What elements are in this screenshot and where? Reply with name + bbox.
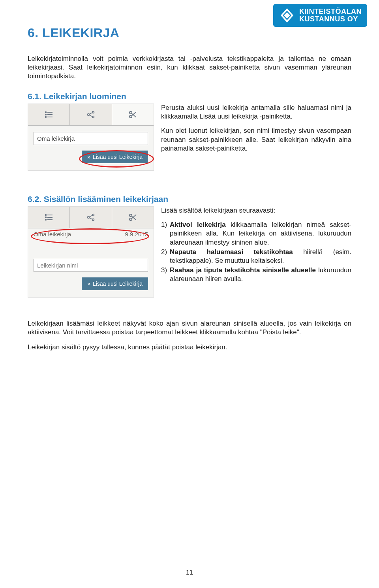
svg-point-7 [45, 117, 46, 117]
svg-point-29 [129, 214, 132, 217]
list-icon[interactable] [28, 104, 70, 125]
logo-mark-icon [279, 7, 295, 24]
clipbook-name-input[interactable] [34, 132, 148, 145]
page-number: 11 [0, 569, 379, 576]
clipbook-entry[interactable]: Oma leikekirja 9.9.2015 [28, 228, 154, 241]
svg-point-10 [92, 111, 94, 113]
share-icon[interactable] [70, 104, 112, 125]
step-1: Aktivoi leikekirja klikkaamalla leikekir… [170, 220, 351, 247]
svg-point-11 [92, 116, 94, 118]
list-icon[interactable] [28, 207, 70, 228]
section-61-text: Perusta aluksi uusi leikekirja antamalla… [161, 104, 351, 158]
toolbar [28, 104, 154, 126]
intro-paragraph: Leikekirjatoiminnolla voit poimia verkko… [28, 55, 351, 81]
svg-point-30 [129, 218, 132, 220]
chevron-right-icon: » [87, 154, 90, 160]
svg-point-22 [45, 219, 46, 220]
svg-point-3 [45, 112, 46, 113]
svg-point-24 [88, 217, 90, 219]
add-clipbook-button[interactable]: » Lisää uusi Leikekirja [82, 151, 148, 163]
clipbook-name-input[interactable] [34, 259, 148, 272]
add-clipbook-button[interactable]: » Lisää uusi Leikekirja [82, 277, 148, 290]
step-2: Napauta haluamaasi tekstikohtaa hiirellä… [170, 248, 351, 265]
svg-point-9 [88, 114, 90, 116]
scissors-icon[interactable] [112, 207, 154, 228]
svg-point-20 [45, 217, 46, 218]
figure-62: Oma leikekirja 9.9.2015 » Lisää uusi Lei… [28, 206, 154, 298]
closing-text: Leikekirjaan lisäämäsi leikkeet näkyvät … [28, 319, 351, 352]
logo-text: KIINTEISTÖALAN KUSTANNUS OY [299, 8, 362, 23]
svg-line-13 [89, 115, 92, 117]
scissors-icon[interactable] [112, 104, 154, 125]
section-62-text: Lisää sisältöä leikekirjaan seuraavasti:… [161, 206, 351, 284]
toolbar [28, 207, 154, 228]
svg-line-12 [89, 113, 92, 114]
svg-point-26 [92, 219, 94, 221]
clipbook-name-label: Oma leikekirja [34, 231, 71, 237]
svg-point-18 [45, 215, 46, 215]
clipbook-date-label: 9.9.2015 [125, 231, 148, 237]
page-title: 6. LEIKEKIRJA [28, 26, 351, 40]
svg-point-25 [92, 214, 94, 216]
section-62-title: 6.2. Sisällön lisääminen leikekirjaan [28, 194, 351, 204]
svg-line-27 [89, 215, 92, 217]
figure-61: » Lisää uusi Leikekirja [28, 104, 154, 171]
step-3: Raahaa ja tiputa tekstikohta siniselle a… [170, 266, 351, 283]
svg-point-14 [129, 111, 132, 114]
svg-point-5 [45, 114, 46, 115]
chevron-right-icon: » [87, 281, 90, 287]
brand-logo: KIINTEISTÖALAN KUSTANNUS OY [273, 4, 367, 27]
svg-point-15 [129, 115, 132, 118]
section-61-title: 6.1. Leikekirjan luominen [28, 92, 351, 101]
svg-line-28 [89, 218, 92, 219]
share-icon[interactable] [70, 207, 112, 228]
